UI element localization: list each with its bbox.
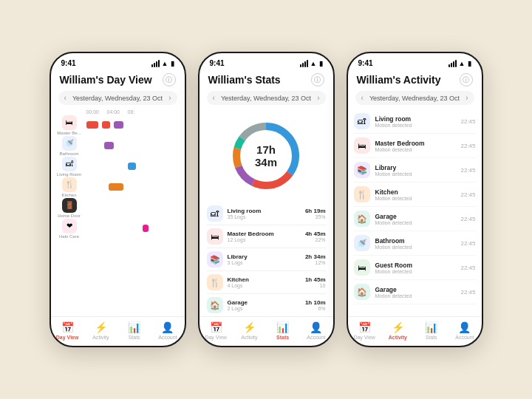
- act-name-garage2: Garage: [375, 286, 461, 293]
- act-sub-living: Motion detected: [375, 123, 461, 128]
- act-info-kitchen: Kitchen Motion detected: [375, 188, 461, 201]
- room-icon-kitchen: 🍴: [62, 177, 77, 192]
- nav-stats-label-2: Stats: [276, 335, 289, 340]
- status-icons-1: ▲ ▮: [151, 60, 174, 67]
- donut-chart: 17h 34m: [225, 115, 307, 197]
- nav-account-3[interactable]: 👤 Account: [448, 321, 481, 340]
- nav-account-icon-2: 👤: [310, 321, 322, 333]
- date-prev-1[interactable]: ‹: [64, 94, 66, 102]
- act-sub-library: Motion detected: [375, 171, 461, 177]
- nav-activity-icon-3: ⚡: [392, 321, 404, 333]
- date-prev-2[interactable]: ‹: [213, 94, 215, 102]
- phones-container: 9:41 ▲ ▮ William's Day View ⓘ ‹ Yesterda…: [35, 37, 498, 362]
- time-header: 00:00 04:00 08:: [54, 109, 182, 115]
- stats-list: 🛋 Living room 35 Logs 6h 19m 35% 🛏 Maste…: [200, 202, 333, 316]
- room-icon-col-kitchen: 🍴 Kitchen: [54, 177, 85, 197]
- nav-activity-1[interactable]: ⚡ Activity: [84, 321, 117, 340]
- stat-duration-master: 4h 45m: [305, 231, 326, 237]
- donut-center: 17h 34m: [246, 143, 287, 168]
- act-info-bathroom: Bathroom Motion detected: [375, 237, 461, 250]
- act-item-living: 🛋 Living room Motion detected 22:45: [354, 109, 476, 134]
- act-name-living: Living room: [375, 115, 461, 123]
- date-prev-3[interactable]: ‹: [361, 94, 364, 102]
- status-time-3: 9:41: [358, 59, 373, 67]
- room-row-homedoor: 🚪 Home Door: [54, 199, 182, 216]
- stat-icon-master: 🛏: [207, 228, 223, 245]
- nav-stats-2[interactable]: 📊 Stats: [266, 321, 299, 340]
- stat-item-kitchen: 🍴 Kitchen 4 Logs 1h 45m 10: [207, 271, 326, 294]
- status-icons-2: ▲ ▮: [300, 60, 323, 67]
- act-name-guest: Guest Room: [375, 262, 461, 269]
- stat-icon-kitchen: 🍴: [207, 274, 223, 290]
- timeline-bars-bathroom: [85, 140, 182, 151]
- date-nav-2: ‹ Yesterday, Wednesday, 23 Oct ›: [207, 91, 326, 105]
- room-label-master: Master Be...: [57, 131, 81, 135]
- battery-icon-2: ▮: [319, 60, 323, 67]
- nav-dayview-label-3: Day View: [353, 335, 375, 340]
- room-icon-col-master: 🛏 Master Be...: [54, 115, 85, 135]
- signal-icon-3: [449, 60, 457, 67]
- date-next-3[interactable]: ›: [466, 94, 468, 102]
- nav-dayview-icon-3: 📅: [358, 321, 371, 333]
- room-icon-col-living: 🛋 Living Room: [54, 157, 85, 177]
- stat-duration-garage: 1h 10m: [305, 299, 326, 306]
- stat-duration-living: 6h 19m: [305, 208, 326, 214]
- room-row-living: 🛋 Living Room: [54, 157, 182, 175]
- nav-day-view-3[interactable]: 📅 Day View: [348, 321, 381, 340]
- info-button-1[interactable]: ⓘ: [163, 73, 176, 86]
- time-label-2: 08:: [128, 109, 149, 115]
- nav-stats-label-3: Stats: [426, 335, 437, 340]
- phone-activity: 9:41 ▲ ▮ William's Activity ⓘ ‹ Yesterda…: [347, 52, 483, 347]
- tbar: [143, 225, 149, 232]
- timeline-bars-master: [85, 119, 182, 131]
- nav-account-1[interactable]: 👤 Account: [151, 321, 184, 340]
- room-icon-col-bathroom: 🚿 Bathroom: [54, 136, 85, 156]
- room-row-kitchen: 🍴 Kitchen: [54, 178, 182, 196]
- date-next-1[interactable]: ›: [168, 94, 171, 102]
- stat-right-library: 2h 34m 12%: [305, 253, 326, 265]
- nav-stats-3[interactable]: 📊 Stats: [415, 321, 448, 340]
- act-info-living: Living room Motion detected: [375, 115, 461, 128]
- act-time-guest: 22:45: [460, 265, 475, 271]
- stat-item-garage: 🏠 Garage 2 Logs 1h 10m 6%: [207, 294, 326, 316]
- timeline-bars-homedoor: [85, 202, 182, 214]
- nav-activity-3[interactable]: ⚡ Activity: [381, 321, 415, 340]
- nav-stats-label-1: Stats: [129, 335, 140, 340]
- room-icon-col-halocare: ❤ Halo Care: [54, 219, 85, 239]
- stat-item-library: 📚 Library 3 Logs 2h 34m 12%: [207, 248, 326, 271]
- stat-info-library: Library 3 Logs: [228, 253, 305, 265]
- stat-info-kitchen: Kitchen 4 Logs: [228, 276, 305, 288]
- bottom-nav-1: 📅 Day View ⚡ Activity 📊 Stats 👤 Account: [51, 316, 185, 346]
- room-icon-bathroom: 🚿: [62, 136, 77, 151]
- nav-stats-1[interactable]: 📊 Stats: [117, 321, 151, 340]
- info-button-2[interactable]: ⓘ: [311, 73, 324, 86]
- act-item-kitchen: 🍴 Kitchen Motion detected 22:45: [354, 183, 476, 207]
- nav-day-view-1[interactable]: 📅 Day View: [51, 321, 84, 340]
- stat-right-garage: 1h 10m 6%: [305, 299, 326, 311]
- room-icon-halocare: ❤: [62, 219, 77, 233]
- nav-day-view-2[interactable]: 📅 Day View: [200, 321, 233, 340]
- info-button-3[interactable]: ⓘ: [460, 73, 473, 86]
- stat-right-living: 6h 19m 35%: [305, 208, 326, 219]
- stat-name-master: Master Bedroom: [228, 231, 305, 237]
- stat-name-library: Library: [228, 253, 305, 260]
- nav-stats-icon-2: 📊: [276, 321, 289, 333]
- stat-pct-master: 22%: [305, 237, 326, 242]
- act-info-guest: Guest Room Motion detected: [375, 262, 461, 274]
- signal-icon-2: [300, 60, 308, 67]
- act-name-library: Library: [375, 164, 461, 171]
- act-name-kitchen: Kitchen: [375, 188, 461, 196]
- time-label-0: 00:00: [86, 109, 107, 115]
- timeline-bars-living: [85, 160, 182, 172]
- tbar: [86, 121, 98, 129]
- stat-item-living: 🛋 Living room 35 Logs 6h 19m 35%: [207, 202, 326, 225]
- act-name-master: Master Bedroom: [375, 140, 461, 147]
- tbar: [109, 183, 123, 191]
- act-time-bathroom: 22:45: [460, 240, 475, 247]
- nav-account-2[interactable]: 👤 Account: [299, 321, 332, 340]
- stat-pct-kitchen: 10: [305, 283, 326, 288]
- nav-activity-2[interactable]: ⚡ Activity: [233, 321, 266, 340]
- act-time-library: 22:45: [460, 167, 475, 174]
- date-next-2[interactable]: ›: [317, 94, 319, 102]
- act-time-kitchen: 22:45: [460, 191, 475, 198]
